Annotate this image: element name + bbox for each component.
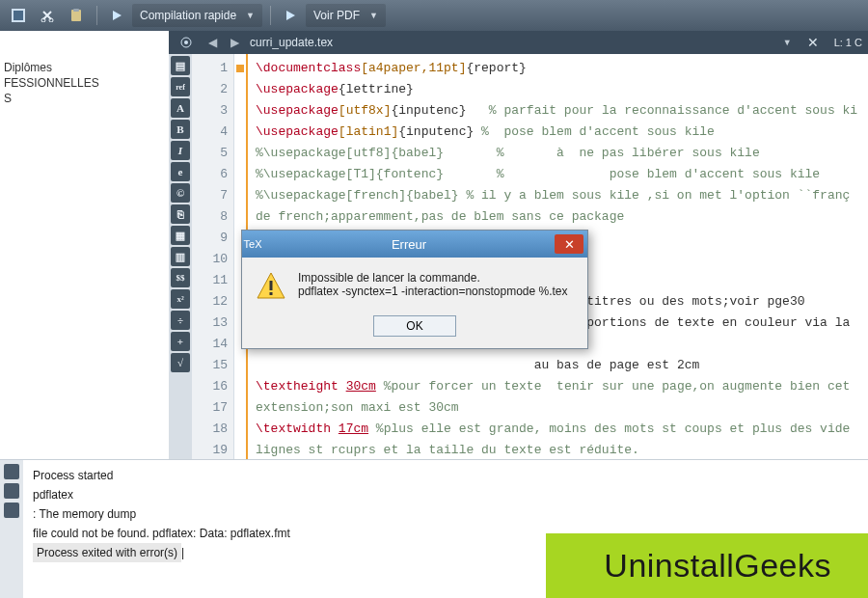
outline-item[interactable]: FESSIONNELLES	[4, 75, 165, 91]
file-chevron-down-icon[interactable]: ▼	[783, 38, 792, 47]
toolbar-button-generic[interactable]	[6, 4, 31, 27]
palette-button[interactable]: $$	[171, 268, 190, 287]
watermark: UninstallGeeks	[546, 533, 868, 598]
nav-prev-icon[interactable]: ◀	[205, 36, 220, 49]
console-toolbar	[0, 460, 23, 598]
warning-icon	[256, 271, 286, 302]
palette-button[interactable]: ▦	[171, 226, 190, 245]
dialog-title: Erreur	[263, 237, 555, 252]
tab-menu-icon[interactable]	[175, 31, 198, 54]
dialog-titlebar[interactable]: TeX Erreur ✕	[242, 231, 587, 258]
run-icon[interactable]	[105, 4, 128, 27]
palette-button[interactable]: x²	[171, 289, 190, 309]
palette-button[interactable]: ▤	[171, 56, 190, 75]
document-tab-bar: ◀ ▶ curri_update.tex ▼ ✕ L: 1 C	[0, 31, 868, 54]
outline-item[interactable]: Diplômes	[4, 60, 165, 75]
dialog-text-2: pdflatex -synctex=1 -interaction=nonstop…	[298, 285, 568, 298]
dialog-close-button[interactable]: ✕	[555, 234, 583, 254]
palette-button[interactable]: ▥	[171, 247, 190, 266]
run-view-icon[interactable]	[279, 4, 302, 27]
svg-rect-5	[73, 9, 79, 12]
palette-button[interactable]: ref	[171, 77, 190, 96]
error-dialog: TeX Erreur ✕ Impossible de lancer la com…	[241, 230, 588, 349]
svg-rect-9	[270, 292, 273, 295]
palette-button[interactable]: ⎘	[171, 204, 190, 224]
palette-button[interactable]: A	[171, 98, 190, 118]
console-button[interactable]	[4, 464, 19, 479]
structure-outline: Diplômes FESSIONNELLES S	[0, 54, 169, 459]
palette-button[interactable]: ÷	[171, 311, 190, 330]
chevron-down-icon: ▼	[246, 11, 255, 20]
palette-button[interactable]: √	[171, 353, 190, 372]
fold-marker-icon[interactable]	[236, 65, 244, 72]
palette-button[interactable]: ©	[171, 183, 190, 203]
view-dropdown[interactable]: Voir PDF ▼	[306, 4, 386, 27]
cursor-position: L: 1 C	[834, 37, 862, 48]
palette-button[interactable]: e	[171, 162, 190, 181]
chevron-down-icon: ▼	[369, 11, 378, 20]
ok-button[interactable]: OK	[373, 315, 456, 337]
console-button[interactable]	[4, 483, 19, 499]
log-line: pdflatex	[33, 485, 858, 504]
nav-next-icon[interactable]: ▶	[228, 36, 242, 49]
close-tab-icon[interactable]: ✕	[807, 35, 819, 50]
symbol-palette: ▤ ref A B I e © ⎘ ▦ ▥ $$ x² ÷ + √	[169, 54, 192, 459]
palette-button[interactable]: +	[171, 332, 190, 351]
dialog-text-1: Impossible de lancer la commande.	[298, 271, 568, 285]
palette-button[interactable]: I	[171, 141, 190, 160]
svg-rect-1	[14, 11, 23, 20]
paste-icon[interactable]	[64, 4, 89, 27]
compile-dropdown[interactable]: Compilation rapide ▼	[132, 4, 262, 27]
outline-header-space	[0, 31, 169, 54]
tex-app-icon: TeX	[242, 238, 263, 250]
log-line: Process started	[33, 466, 858, 485]
cut-icon[interactable]	[35, 4, 60, 27]
view-label: Voir PDF	[313, 9, 360, 22]
svg-point-7	[184, 41, 188, 44]
log-line: Process exited with error(s)	[33, 543, 181, 562]
console-button[interactable]	[4, 503, 19, 518]
active-file-name[interactable]: curri_update.tex	[250, 36, 501, 49]
separator	[270, 6, 271, 25]
separator	[96, 6, 97, 25]
line-gutter: 12345678910111213141516171819	[192, 54, 234, 459]
log-line: : The memory dump	[33, 504, 858, 524]
svg-rect-8	[270, 281, 273, 290]
main-toolbar: Compilation rapide ▼ Voir PDF ▼	[0, 0, 868, 31]
palette-button[interactable]: B	[171, 120, 190, 139]
compile-label: Compilation rapide	[140, 9, 236, 22]
outline-item[interactable]: S	[4, 91, 165, 106]
